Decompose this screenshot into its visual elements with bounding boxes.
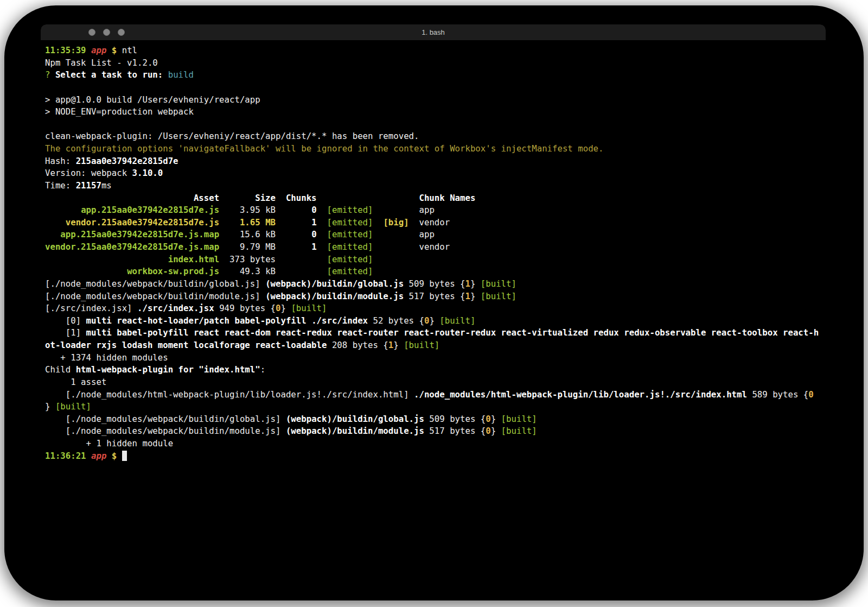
terminal-text-segment: [built] [404,340,439,350]
terminal-text-segment: > NODE_ENV=production webpack [45,106,194,117]
terminal-line: [0] multi react-hot-loader/patch babel-p… [45,315,821,327]
terminal-text-segment: Child [45,364,76,375]
terminal-line: app.215aa0e37942e2815d7e.js.map 15.6 kB … [45,229,821,241]
terminal-text-segment: (webpack)/buildin/global.js [265,279,404,289]
terminal-screen[interactable]: 11:35:39 app $ ntlNpm Task List - v1.2.0… [41,40,826,574]
terminal-text-segment: [built] [481,291,516,301]
terminal-line [45,81,821,94]
terminal-text-segment [276,205,311,215]
terminal-line: [./node_modules/webpack/buildin/global.j… [45,413,821,426]
terminal-text-segment: [emitted] [327,205,373,215]
terminal-line: [./node_modules/webpack/buildin/module.j… [45,290,821,303]
terminal-line: Version: webpack 3.10.0 [45,167,821,180]
terminal-window: 1. bash 11:35:39 app $ ntlNpm Task List … [41,24,826,574]
terminal-text-segment: 1 [465,279,470,289]
terminal-text-segment: } [393,340,404,350]
terminal-text-segment: 589 bytes { [747,389,808,400]
terminal-text-segment: 52 bytes { [368,315,424,326]
terminal-text-segment: 0 [424,315,429,326]
terminal-text-segment: 1 [311,217,316,227]
terminal-line: The configuration options 'navigateFallb… [45,143,821,155]
titlebar[interactable]: 1. bash [41,24,826,40]
minimize-button[interactable] [103,29,110,36]
terminal-text-segment: app.215aa0e37942e2815d7e.js.map [60,229,219,239]
terminal-text-segment: 1 [311,242,316,252]
terminal-text-segment: $ [112,45,117,55]
terminal-text-segment [106,451,111,461]
terminal-text-segment [317,205,327,215]
traffic-lights [88,29,125,36]
terminal-text-segment: [emitted] [327,229,373,239]
terminal-text-segment: 0 [311,205,316,215]
terminal-line: vendor.215aa0e37942e2815d7e.js.map 9.79 … [45,241,821,254]
terminal-line: index.html 373 bytes [emitted] [45,254,821,266]
terminal-text-segment: build [168,69,194,80]
terminal-text-segment: $ [112,451,117,461]
terminal-line: ? Select a task to run: build [45,69,821,81]
terminal-text-segment: ms [101,180,112,191]
terminal-line: vendor.215aa0e37942e2815d7e.js 1.65 MB 1… [45,217,821,229]
terminal-text-segment: } [491,426,501,436]
terminal-text-segment: 49.3 kB [219,266,276,276]
terminal-text-segment: Npm Task List - v1.2.0 [45,58,158,68]
terminal-text-segment: [built] [501,414,537,424]
terminal-text-segment: + 1374 hidden modules [45,352,168,363]
terminal-text-segment [117,451,122,461]
terminal-text-segment: workbox-sw.prod.js [127,266,219,276]
terminal-text-segment: 949 bytes { [214,303,276,313]
zoom-button[interactable] [118,29,125,36]
terminal-text-segment [373,217,384,227]
terminal-text-segment [276,217,311,227]
terminal-line: [./node_modules/webpack/buildin/global.j… [45,278,821,290]
terminal-line: clean-webpack-plugin: /Users/evheniy/rea… [45,130,821,143]
terminal-text-segment: [emitted] [327,242,373,252]
terminal-text-segment: 11:35:39 [45,45,86,55]
terminal-text-segment: clean-webpack-plugin: /Users/evheniy/rea… [45,131,419,141]
terminal-text-segment: [built] [291,303,327,313]
terminal-text-segment: The configuration options 'navigateFallb… [45,143,603,154]
cursor [122,451,127,461]
terminal-line: + 1 hidden module [45,438,821,450]
terminal-text-segment [317,242,327,252]
terminal-text-segment [276,266,327,276]
terminal-text-segment: 21157 [76,180,101,191]
terminal-text-segment: 1.65 MB [240,217,276,227]
terminal-text-segment: app.215aa0e37942e2815d7e.js [81,205,219,215]
terminal-text-segment: Select a task to run: [55,69,163,80]
terminal-text-segment: 15.6 kB [219,229,276,239]
terminal-text-segment [317,229,327,239]
terminal-text-segment: 11:36:21 [45,451,86,461]
terminal-text-segment: 509 bytes { [424,414,486,424]
terminal-text-segment: app [373,229,435,239]
terminal-line: Asset Size Chunks Chunk Names [45,192,821,205]
terminal-text-segment [45,205,81,215]
terminal-text-segment: 208 bytes { [327,340,388,350]
terminal-text-segment [276,229,311,239]
terminal-line: > app@1.0.0 build /Users/evheniy/react/a… [45,94,821,106]
terminal-text-segment: Time: [45,180,76,191]
terminal-text-segment [45,254,168,264]
terminal-text-segment: multi react-hot-loader/patch babel-polyf… [86,315,368,326]
terminal-text-segment: 3.95 kB [219,205,276,215]
terminal-text-segment: > app@1.0.0 build /Users/evheniy/react/a… [45,94,260,105]
terminal-line: 11:35:39 app $ ntl [45,45,821,57]
terminal-text-segment: [./node_modules/webpack/buildin/module.j… [45,426,286,436]
terminal-text-segment: ./node_modules/html-webpack-plugin/lib/l… [414,389,747,400]
terminal-text-segment [219,217,240,227]
terminal-text-segment: [big] [383,217,409,227]
terminal-text-segment: Hash: [45,156,76,166]
terminal-text-segment: [./node_modules/webpack/buildin/global.j… [45,279,265,289]
terminal-text-segment: } [45,401,55,412]
window-title: 1. bash [41,24,826,40]
terminal-text-segment: 1 [388,340,393,350]
close-button[interactable] [88,29,95,36]
terminal-line: [./node_modules/webpack/buildin/module.j… [45,425,821,438]
terminal-text-segment: : [260,364,265,375]
terminal-text-segment [45,217,66,227]
terminal-text-segment: } [429,315,439,326]
terminal-text-segment: } [470,279,481,289]
terminal-line: Hash: 215aa0e37942e2815d7e [45,155,821,168]
terminal-text-segment: ot-loader rxjs lodash moment localforage… [45,340,327,350]
terminal-text-segment [276,242,311,252]
terminal-text-segment: 373 bytes [219,254,276,264]
